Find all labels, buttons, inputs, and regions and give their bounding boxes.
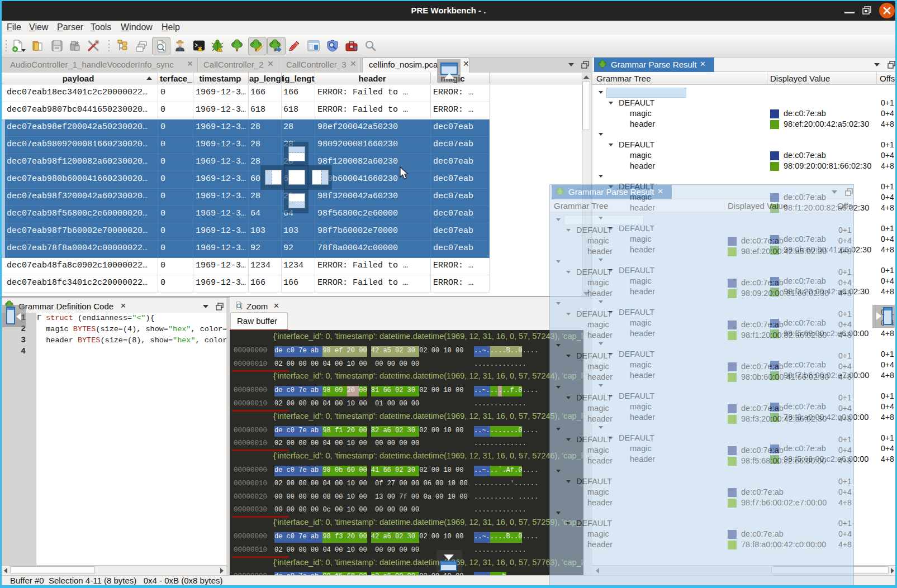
svg-text:!: !: [219, 48, 220, 52]
